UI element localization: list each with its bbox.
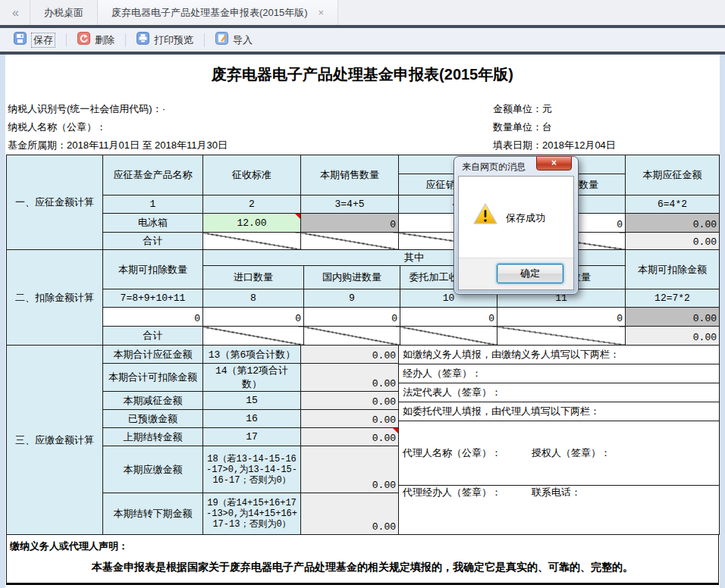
formula-cell: 9 bbox=[304, 289, 400, 308]
deductible-amount-cell: 0.00 bbox=[626, 308, 720, 327]
formula-cell: 13（第6项合计数） bbox=[203, 346, 301, 364]
taxpayer-id-field: 纳税人识别号(统一社会信用代码)：· bbox=[8, 100, 493, 118]
crossed-out-cell bbox=[304, 327, 400, 346]
delete-label: 删除 bbox=[95, 33, 115, 47]
legal-representative-signature-field: 法定代表人（签章）： bbox=[399, 383, 719, 402]
formula-cell: 19（若14+15+16+17-13>0,为14+15+16+17-13；否则为… bbox=[203, 493, 301, 535]
formula-cell: 14（第12项合计数） bbox=[203, 364, 301, 392]
total-levy-amount-cell: 0.00 bbox=[626, 233, 720, 250]
fill-date-label: 填表日期：2018年12月04日 bbox=[493, 136, 720, 155]
tab-label: 办税桌面 bbox=[44, 6, 83, 20]
formula-cell: 18（若13-14-15-16-17>0,为13-14-15-16-17；否则为… bbox=[203, 446, 301, 493]
crossed-out-cell bbox=[301, 233, 399, 250]
formula-cell: 1 bbox=[103, 195, 203, 214]
value-cell: 0.00 bbox=[301, 392, 399, 410]
crossed-out-cell bbox=[203, 327, 304, 346]
delete-button[interactable]: 删除 bbox=[71, 32, 121, 48]
acceptance-row: 受理税务机关： 受理人： 受理日期： 年 月 日 bbox=[6, 583, 719, 588]
taxpayer-name-field: 纳税人名称（公章）： bbox=[8, 118, 493, 136]
import-qty-input[interactable]: 0 bbox=[203, 308, 304, 327]
toolbar-separator bbox=[204, 33, 205, 47]
import-icon bbox=[215, 32, 228, 48]
row-label: 本期减征金额 bbox=[103, 392, 203, 410]
levy-standard-input[interactable]: 12.00 bbox=[203, 214, 301, 233]
formula-cell: 7=8+9+10+11 bbox=[103, 289, 203, 308]
crossed-out-cell bbox=[497, 327, 626, 346]
col-import-qty: 进口数量 bbox=[203, 266, 304, 289]
agent-handler-row: 代理经办人（签章）： 联系电话： bbox=[399, 486, 719, 499]
dialog-body: 保存成功 确定 bbox=[458, 176, 574, 290]
crossed-out-cell bbox=[400, 327, 497, 346]
consigned-processing-qty-input[interactable]: 0 bbox=[400, 308, 497, 327]
save-label: 保存 bbox=[31, 33, 55, 48]
dialog-footer: 确定 bbox=[459, 258, 573, 289]
form-title: 废弃电器电子产品处理基金申报表(2015年版) bbox=[5, 55, 720, 84]
col-product-name: 应征基金产品名称 bbox=[103, 155, 203, 195]
row-label: 本期应缴金额 bbox=[103, 446, 203, 493]
webpage-message-dialog: 来自网页的消息 × bbox=[454, 156, 579, 295]
back-chevrons-icon[interactable]: « bbox=[0, 0, 30, 25]
sales-return-qty-input[interactable]: 0 bbox=[497, 308, 626, 327]
save-icon bbox=[14, 32, 27, 48]
tab-close-icon[interactable]: × bbox=[318, 7, 324, 18]
sales-qty-cell: 0 bbox=[301, 214, 399, 233]
signature-area: 如缴纳义务人填报，由缴纳义务人填写以下两栏： 经办人（签章）： 法定代表人（签章… bbox=[399, 346, 720, 535]
amount-unit-label: 金额单位：元 bbox=[493, 100, 720, 118]
toolbar-separator bbox=[66, 33, 67, 47]
dialog-close-button[interactable]: × bbox=[536, 156, 572, 170]
section2-label: 二、扣除金额计算 bbox=[7, 250, 103, 346]
col-deductible-qty: 本期可扣除数量 bbox=[103, 250, 203, 289]
tab-desktop[interactable]: 办税桌面 bbox=[30, 0, 97, 25]
formula-cell: 17 bbox=[203, 428, 301, 446]
form-page: 废弃电器电子产品处理基金申报表(2015年版) 纳税人识别号(统一社会信用代码)… bbox=[5, 55, 720, 588]
page-left-margin bbox=[0, 55, 5, 588]
application-window: « 办税桌面 废弃电器电子产品处理基金申报表(2015年版) × 保存 删除 bbox=[0, 0, 725, 588]
delete-icon bbox=[77, 32, 90, 48]
tab-fund-declaration-form[interactable]: 废弃电器电子产品处理基金申报表(2015年版) × bbox=[98, 0, 337, 25]
levy-amount-cell: 0.00 bbox=[626, 214, 720, 233]
col-sales-qty: 本期销售数量 bbox=[301, 155, 399, 195]
formula-cell: 16 bbox=[203, 410, 301, 428]
toolbar-separator bbox=[125, 33, 126, 47]
formula-cell: 2 bbox=[203, 195, 301, 214]
fund-period-field: 基金所属期：2018年11月01日 至 2018年11月30日 bbox=[8, 136, 493, 155]
agent-handler-signature-field: 代理经办人（签章）： bbox=[403, 486, 501, 499]
row-label: 本期合计应征金额 bbox=[103, 346, 203, 364]
agent-name-field: 代理人名称（公章）： bbox=[403, 446, 501, 460]
total-deductible-amount-cell: 0.00 bbox=[626, 327, 720, 346]
col-domestic-purchase-qty: 国内购进数量 bbox=[304, 266, 400, 289]
ok-button[interactable]: 确定 bbox=[497, 264, 563, 283]
formula-cell: 6=4*2 bbox=[626, 195, 720, 214]
deductible-qty-cell: 0 bbox=[103, 308, 203, 327]
dialog-title: 来自网页的消息 bbox=[462, 161, 526, 174]
handler-signature-field: 经办人（签章）： bbox=[399, 364, 719, 383]
agent-name-row: 代理人名称（公章）： 授权人（签章）： bbox=[399, 421, 719, 486]
printer-icon bbox=[137, 32, 149, 48]
print-preview-button[interactable]: 打印预览 bbox=[130, 32, 199, 48]
dialog-message: 保存成功 bbox=[506, 211, 545, 225]
section2-table: 二、扣除金额计算 本期可扣除数量 其中 本期可扣除金额 进口数量 国内购进数量 … bbox=[6, 249, 720, 346]
formula-cell: 3=4+5 bbox=[301, 195, 399, 214]
col-deductible-amount: 本期可扣除金额 bbox=[626, 250, 720, 289]
save-button[interactable]: 保存 bbox=[8, 32, 61, 48]
warning-icon bbox=[472, 202, 498, 229]
formula-cell: 12=7*2 bbox=[626, 289, 720, 308]
domestic-purchase-qty-input[interactable]: 0 bbox=[304, 308, 400, 327]
section1-label: 一、应征金额计算 bbox=[7, 155, 103, 250]
tab-bar: « 办税桌面 废弃电器电子产品处理基金申报表(2015年版) × bbox=[0, 0, 725, 25]
value-cell: 0.00 bbox=[301, 346, 399, 364]
section3-label: 三、应缴金额计算 bbox=[7, 346, 103, 535]
quantity-unit-label: 数量单位：台 bbox=[493, 118, 720, 136]
import-button[interactable]: 导入 bbox=[209, 32, 259, 48]
formula-cell: 8 bbox=[203, 289, 304, 308]
form-header: 纳税人识别号(统一社会信用代码)：· 纳税人名称（公章）： 基金所属期：2018… bbox=[5, 100, 720, 155]
value-cell: 0.00 bbox=[301, 446, 399, 493]
product-name-cell: 电冰箱 bbox=[103, 214, 203, 233]
authorizer-signature-field: 授权人（签章）： bbox=[532, 446, 610, 460]
col-levy-amount: 本期应征金额 bbox=[626, 155, 720, 195]
formula-cell: 15 bbox=[203, 392, 301, 410]
agent-fill-note: 如委托代理人填报，由代理人填写以下两栏： bbox=[399, 402, 719, 421]
crossed-out-cell bbox=[203, 233, 301, 250]
value-cell: 0.00 bbox=[301, 493, 399, 535]
row-label: 上期结转金额 bbox=[103, 428, 203, 446]
